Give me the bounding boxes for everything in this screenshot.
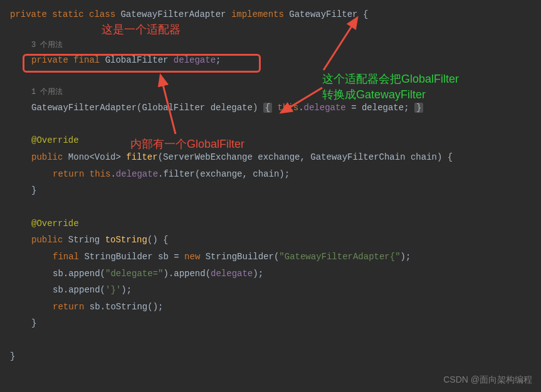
code-line-class-decl: private static class GatewayFilterAdapte… (10, 6, 531, 23)
code-line-filter-method: public Mono<Void> filter(ServerWebExchan… (10, 149, 531, 166)
code-line-close-3: } (10, 348, 531, 365)
code-line-close-2: } (10, 315, 531, 332)
code-line-close-1: } (10, 182, 531, 199)
code-line-sb-decl: final StringBuilder sb = new StringBuild… (10, 249, 531, 266)
code-line-field-decl: private final GlobalFilter delegate; (10, 52, 531, 69)
code-line-override-1: @Override (10, 132, 531, 149)
watermark: CSDN @面向架构编程 (443, 371, 532, 388)
code-line-override-2: @Override (10, 215, 531, 232)
code-line-constructor: GatewayFilterAdapter(GlobalFilter delega… (10, 100, 531, 116)
code-line-sb-append2: sb.append('}'); (10, 282, 531, 299)
code-line-sb-append1: sb.append("delegate=").append(delegate); (10, 266, 531, 282)
usages-hint-1: 3 个用法 (10, 38, 531, 53)
usages-hint-2: 1 个用法 (10, 85, 531, 100)
code-line-filter-return: return this.delegate.filter(exchange, ch… (10, 166, 531, 183)
code-line-return-sb: return sb.toString(); (10, 299, 531, 316)
code-line-tostring: public String toString() { (10, 232, 531, 249)
